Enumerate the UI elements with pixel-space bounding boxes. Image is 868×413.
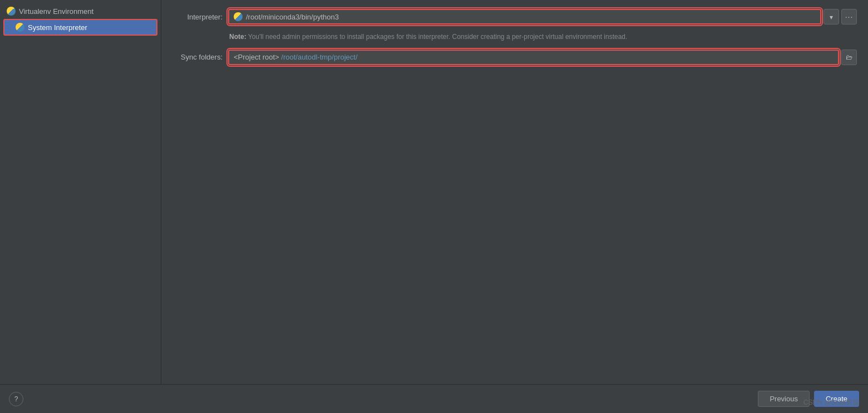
previous-label: Previous [770,395,798,403]
watermark: CSDN @Snail男孩 [803,398,859,407]
more-dots-icon [845,12,854,21]
chevron-down-icon [830,13,833,21]
interpreter-note: Note: You'll need admin permissions to i… [229,32,857,42]
python-icon [16,23,24,32]
help-button[interactable]: ? [9,392,23,406]
bottom-bar: ? Previous Create [0,384,868,413]
virtualenv-icon [7,7,16,16]
interpreter-input-wrapper: /root/miniconda3/bin/python3 [228,9,857,24]
folder-icon: 🗁 [846,53,852,61]
interpreter-python-icon [234,12,243,21]
previous-button[interactable]: Previous [758,391,810,407]
sync-folders-input[interactable]: <Project root> /root/autodl-tmp/project/ [228,50,839,65]
sidebar-item-label: System Interpreter [28,23,87,32]
sidebar-group-label: Virtualenv Environment [19,7,93,16]
project-root-value: <Project root> [234,53,279,61]
sync-browse-button[interactable]: 🗁 [841,50,857,65]
note-text: You'll need admin permissions to install… [246,33,628,41]
sync-folders-label: Sync folders: [172,53,223,61]
interpreter-value: /root/miniconda3/bin/python3 [246,13,339,21]
sidebar-item-system-interpreter[interactable]: System Interpreter [3,19,157,36]
sync-folders-row: Sync folders: <Project root> /root/autod… [172,50,857,65]
sync-path-value: /root/autodl-tmp/project/ [281,53,357,61]
sidebar: Virtualenv Environment System Interprete… [0,0,161,384]
interpreter-dropdown-button[interactable] [823,9,839,24]
sidebar-group-virtualenv: Virtualenv Environment [3,4,157,18]
bottom-left: ? [9,392,23,406]
help-label: ? [14,395,18,403]
sync-folders-wrapper: <Project root> /root/autodl-tmp/project/… [228,50,857,65]
note-bold: Note: [229,33,246,41]
right-panel: Interpreter: /root/miniconda3/bin/python… [161,0,868,384]
empty-area [172,73,857,375]
interpreter-input[interactable]: /root/miniconda3/bin/python3 [228,9,821,24]
interpreter-row: Interpreter: /root/miniconda3/bin/python… [172,9,857,24]
interpreter-more-button[interactable] [841,9,857,24]
interpreter-label: Interpreter: [172,13,223,21]
